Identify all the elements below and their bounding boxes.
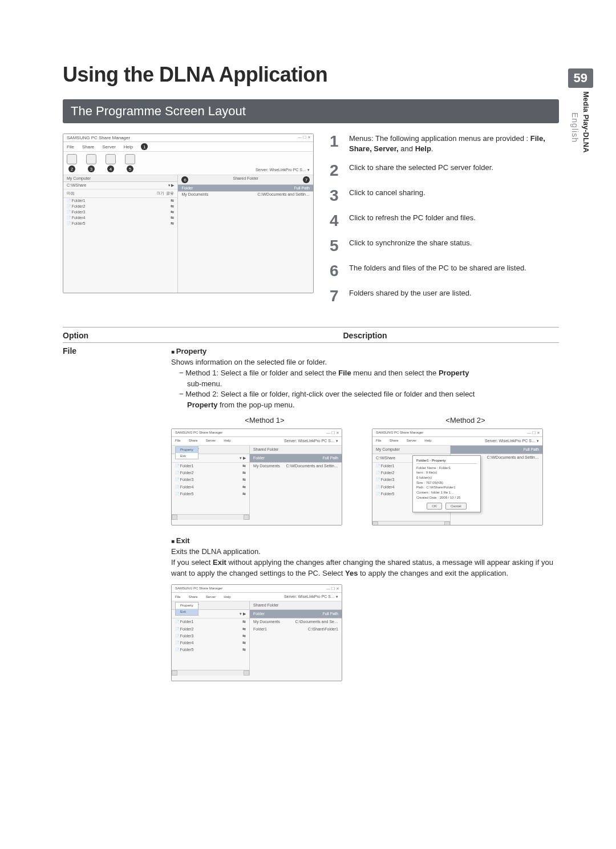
right-col-path: Full Path xyxy=(294,186,310,190)
shared-folder-name: My Documents xyxy=(181,192,208,196)
menu-share: Share xyxy=(82,144,94,149)
callout-number: 7 xyxy=(330,288,342,304)
method2-label: <Method 2> xyxy=(372,415,559,426)
popup-ok-button: OK xyxy=(427,503,442,510)
server-value: WiseLinkPro PC S… ▾ xyxy=(269,168,310,172)
callout-text: Menus: The following application menus a… xyxy=(349,134,559,153)
callout-text: Folders shared by the user are listed. xyxy=(349,288,472,304)
property-heading: Property xyxy=(176,347,206,355)
callout-number: 5 xyxy=(330,238,342,254)
go-icon: ▾ ▶ xyxy=(168,183,175,188)
property-popup: Folder1 - Property Folder Name : Folder1… xyxy=(412,455,481,512)
server-label: Server: xyxy=(256,168,269,172)
screenshot-method2: SAMSUNG PC Share Manager— ☐ ✕ File Share… xyxy=(372,428,543,525)
right-col-folder: Folder xyxy=(181,186,193,190)
callout-badge-7: 7 xyxy=(303,176,310,183)
callout-badge-6: 6 xyxy=(181,176,188,183)
window-controls-icon: — ☐ ✕ xyxy=(298,135,311,140)
refresh-icon xyxy=(106,154,116,164)
exit-line1: Exits the DLNA application. xyxy=(171,547,559,557)
menu-help: Help xyxy=(124,144,133,149)
popup-title: Folder1 - Property xyxy=(416,458,477,464)
folder-row: Folder3 xyxy=(67,210,85,215)
callout-number: 1 xyxy=(330,134,342,153)
callout-badge-3: 3 xyxy=(88,165,95,172)
popup-right-col: Full Path xyxy=(523,447,539,452)
shared-folder-path: C:\WDocuments and Settin… xyxy=(258,192,310,196)
callout-badge-5: 5 xyxy=(127,165,133,172)
property-method-1: − Method 1: Select a file or folder and … xyxy=(171,368,559,379)
sync-icon xyxy=(125,154,135,164)
left-col-name: 마음 xyxy=(67,191,75,196)
callout-text: Click to refresh the PC folder and files… xyxy=(349,213,476,229)
window-controls-icon: — ☐ ✕ xyxy=(527,430,540,436)
callout-badge-4: 4 xyxy=(107,165,114,172)
menu-server: Server xyxy=(102,144,116,149)
section-heading: The Programme Screen Layout xyxy=(63,99,559,123)
option-header: Option xyxy=(63,331,171,340)
exit-heading: Exit xyxy=(176,536,190,545)
dropdown-item-exit: Exit xyxy=(176,453,198,459)
unshare-icon xyxy=(86,154,96,164)
folder-row: Folder1 xyxy=(67,199,85,203)
callout-badge-1: 1 xyxy=(141,143,148,150)
menu-file: File xyxy=(67,144,74,149)
dropdown-item-property: Property xyxy=(176,603,198,609)
callout-text: Click to cancel sharing. xyxy=(349,188,425,204)
left-col-share: 공유 xyxy=(166,191,174,195)
screenshot-method1: SAMSUNG PC Share Manager— ☐ ✕ File Share… xyxy=(171,428,342,525)
file-menu-dropdown: Property Exit xyxy=(175,446,198,459)
file-menu-dropdown: Property Exit xyxy=(175,602,198,615)
callout-text: Click to share the selected PC server fo… xyxy=(349,163,493,179)
callout-text: The folders and files of the PC to be sh… xyxy=(349,263,526,279)
window-controls-icon: — ☐ ✕ xyxy=(326,430,339,436)
page-title: Using the DLNA Application xyxy=(63,63,559,87)
share-icon xyxy=(67,154,77,164)
folder-row: Folder4 xyxy=(67,216,85,220)
left-path: C:\WShare xyxy=(67,183,86,188)
option-row-label: File xyxy=(63,346,171,681)
folder-row: Folder2 xyxy=(67,204,85,209)
description-header: Description xyxy=(171,331,559,340)
callout-number: 6 xyxy=(330,263,342,279)
dropdown-item-exit: Exit xyxy=(176,609,198,615)
callout-number: 3 xyxy=(330,188,342,204)
property-line: Shows information on the selected file o… xyxy=(171,357,559,368)
callout-number: 4 xyxy=(330,213,342,229)
right-pane-header: Shared Folder xyxy=(233,176,258,183)
popup-cancel-button: Cancel xyxy=(445,503,467,510)
window-title: SAMSUNG PC Share Manager xyxy=(67,135,130,140)
property-method-2: − Method 2: Select a file or folder, rig… xyxy=(171,389,559,400)
method1-label: <Method 1> xyxy=(171,415,358,426)
window-controls-icon: — ☐ ✕ xyxy=(326,586,339,592)
dropdown-item-property: Property xyxy=(176,447,198,453)
exit-line2: If you select Exit without applying the … xyxy=(171,557,559,579)
screenshot-exit: SAMSUNG PC Share Manager— ☐ ✕ File Share… xyxy=(171,584,342,681)
callout-badge-2: 2 xyxy=(68,165,75,172)
callout-number: 2 xyxy=(330,163,342,179)
callouts: 1 Menus: The following application menus… xyxy=(330,134,559,313)
screenshot-main: SAMSUNG PC Share Manager — ☐ ✕ File Shar… xyxy=(63,134,314,293)
left-col-size: 크기 xyxy=(156,191,164,195)
callout-text: Click to synchronize the share status. xyxy=(349,238,472,254)
folder-row: Folder5 xyxy=(67,221,85,226)
left-pane-header: My Computer xyxy=(67,176,91,180)
